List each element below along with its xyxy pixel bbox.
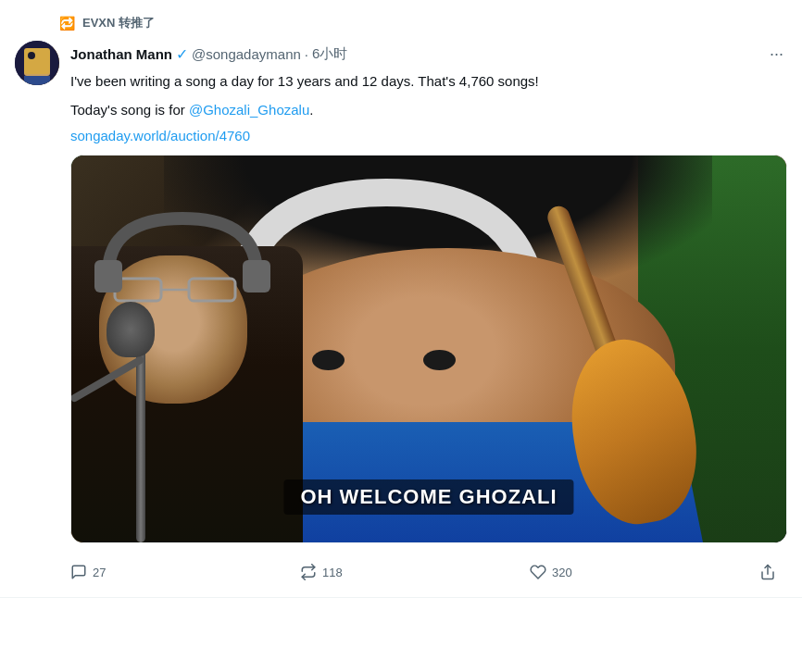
user-info: Jonathan Mann ✓ @songadaymann · 6小时 <box>70 45 347 63</box>
more-options-icon[interactable]: ··· <box>766 41 787 68</box>
tweet-text-line2: Today's song is for @Ghozali_Ghozalu. <box>70 100 787 121</box>
left-eye <box>312 350 345 370</box>
verified-icon: ✓ <box>176 45 188 63</box>
jonathan-headphones <box>90 200 275 292</box>
action-bar: 27 118 320 <box>70 554 787 597</box>
share-icon <box>759 564 776 580</box>
tweet-body: Jonathan Mann ✓ @songadaymann · 6小时 ··· … <box>15 41 787 597</box>
retweet-action[interactable]: 118 <box>300 558 530 586</box>
tweet-link[interactable]: songaday.world/auction/4760 <box>70 128 787 143</box>
username[interactable]: @songadaymann <box>192 46 301 62</box>
retweet-header: 🔁 EVXN 转推了 <box>15 15 787 31</box>
tweet-header: Jonathan Mann ✓ @songadaymann · 6小时 ··· <box>70 41 787 68</box>
like-action[interactable]: 320 <box>530 558 759 586</box>
right-eye <box>423 350 456 370</box>
time-separator: · <box>305 46 308 62</box>
subtitle-bar: OH WELCOME GHOZALI <box>283 479 573 515</box>
share-action[interactable] <box>759 558 787 586</box>
svg-rect-3 <box>29 63 33 68</box>
like-icon <box>530 564 546 580</box>
svg-rect-6 <box>24 76 50 85</box>
reply-action[interactable]: 27 <box>70 558 300 586</box>
media-background: OH WELCOME GHOZALI <box>71 156 786 542</box>
tweet-card: 🔁 EVXN 转推了 <box>0 0 802 598</box>
tweet-content: Jonathan Mann ✓ @songadaymann · 6小时 ··· … <box>70 41 787 597</box>
reply-count: 27 <box>93 566 106 579</box>
svg-rect-12 <box>94 260 122 292</box>
tweet-text-line1: I've been writing a song a day for 13 ye… <box>70 71 787 93</box>
retweet-icon: 🔁 <box>59 16 75 31</box>
media-container[interactable]: OH WELCOME GHOZALI <box>70 155 787 543</box>
mention-link[interactable]: @Ghozali_Ghozalu <box>189 102 309 118</box>
mic-head <box>107 302 155 357</box>
svg-rect-1 <box>24 50 50 76</box>
retweet-count: 118 <box>322 566 343 579</box>
like-count: 320 <box>552 566 572 579</box>
svg-rect-2 <box>24 50 50 59</box>
tweet-text-prefix: Today's song is for <box>70 102 189 118</box>
retweet-label: EVXN 转推了 <box>82 15 155 31</box>
avatar[interactable] <box>15 41 59 85</box>
svg-rect-13 <box>243 260 270 292</box>
tweet-text: I've been writing a song a day for 13 ye… <box>70 71 787 120</box>
tweet-time: 6小时 <box>312 45 347 63</box>
retweet-action-icon <box>300 564 317 580</box>
svg-rect-4 <box>41 63 45 68</box>
mic-stand <box>136 339 145 542</box>
subtitle-text: OH WELCOME GHOZALI <box>300 485 557 508</box>
display-name: Jonathan Mann <box>70 46 172 62</box>
svg-rect-5 <box>31 70 43 73</box>
reply-icon <box>70 564 87 580</box>
tweet-text-suffix: . <box>309 102 313 118</box>
